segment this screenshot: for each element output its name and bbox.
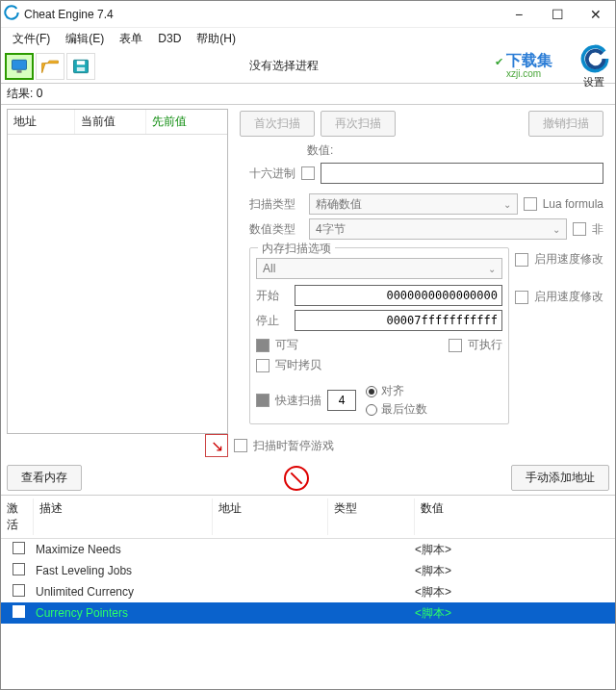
entry-value: <脚本> [415,584,615,601]
maximize-button[interactable]: ☐ [538,1,577,28]
close-button[interactable]: ✕ [577,1,615,28]
not-checkbox[interactable] [573,222,586,236]
alignment-radio[interactable] [366,386,377,397]
next-scan-button[interactable]: 再次扫描 [321,111,396,137]
col-previous[interactable]: 先前值 [146,110,227,134]
stop-label: 停止 [256,313,289,329]
add-to-list-button[interactable]: ↘ [205,434,228,457]
menu-edit[interactable]: 编辑(E) [58,29,112,49]
fast-scan-checkbox[interactable] [256,394,270,407]
entry-description: Maximize Needs [34,543,213,556]
svg-rect-0 [13,60,27,69]
open-file-button[interactable] [36,53,64,80]
lua-formula-checkbox[interactable] [524,197,537,211]
col-address[interactable]: 地址 [8,110,75,134]
watermark-brand: 下载集 [506,52,552,68]
menu-bar: 文件(F) 编辑(E) 表单 D3D 帮助(H) [1,28,615,49]
enable-speedhack-2-checkbox[interactable] [515,291,528,304]
watermark: ✔ 下载集 xzji.com [471,53,577,79]
enable-speedhack-1-label: 启用速度修改 [534,251,603,268]
entry-value: <脚本> [415,605,615,622]
entry-description: Fast Leveling Jobs [34,564,213,577]
scan-type-value: 精确数值 [316,196,362,213]
ct-col-type[interactable]: 类型 [328,498,415,535]
results-count: 结果: 0 [1,84,615,105]
undo-scan-button[interactable]: 撤销扫描 [528,111,603,137]
writable-checkbox[interactable] [256,339,270,352]
scan-results-body [8,135,227,433]
enable-speedhack-2-label: 启用速度修改 [534,289,603,305]
fast-scan-label: 快速扫描 [275,393,321,409]
svg-rect-4 [77,66,85,70]
cheat-table-header: 激活 描述 地址 类型 数值 [1,495,615,539]
scan-type-combo[interactable]: 精确数值 ⌄ [309,193,518,215]
menu-help[interactable]: 帮助(H) [189,29,244,49]
activate-checkbox[interactable] [13,542,25,554]
value-type-combo[interactable]: 4字节 ⌄ [309,218,567,240]
chevron-down-icon: ⌄ [552,224,560,235]
table-row[interactable]: Currency Pointers<脚本> [1,602,615,624]
ct-col-addr[interactable]: 地址 [213,498,328,535]
last-digits-label: 最后位数 [381,401,427,418]
copy-on-write-label: 写时拷贝 [275,357,321,373]
value-type-label: 数值类型 [249,221,303,238]
table-row[interactable]: Maximize Needs<脚本> [1,539,615,560]
fast-scan-value-input[interactable] [327,390,356,411]
pause-game-label: 扫描时暂停游戏 [253,438,334,454]
hex-checkbox[interactable] [301,166,315,180]
ct-col-active[interactable]: 激活 [1,498,34,535]
settings-label: 设置 [578,75,610,89]
settings-button[interactable] [578,42,611,75]
entry-description: Unlimited Currency [34,585,213,599]
svg-rect-3 [77,61,85,64]
mem-scan-options-label: 内存扫描选项 [258,241,335,257]
copy-on-write-checkbox[interactable] [256,359,270,372]
app-icon [1,5,22,23]
start-input[interactable] [295,285,502,306]
pause-game-checkbox[interactable] [234,439,247,452]
executable-checkbox[interactable] [449,339,462,352]
alignment-label: 对齐 [381,383,404,399]
hex-label: 十六进制 [249,166,295,182]
chevron-down-icon: ⌄ [488,264,496,274]
entry-value: <脚本> [415,542,615,558]
activate-checkbox[interactable] [13,584,25,597]
lua-formula-label: Lua formula [543,197,603,211]
col-current[interactable]: 当前值 [75,110,146,134]
mem-region-value: All [263,262,275,275]
table-row[interactable]: Unlimited Currency<脚本> [1,581,615,602]
menu-d3d[interactable]: D3D [150,30,189,47]
minimize-button[interactable]: − [500,1,538,28]
prohibit-icon[interactable] [284,466,309,491]
process-status: 没有选择进程 [97,58,471,74]
activate-checkbox[interactable] [13,605,25,618]
executable-label: 可执行 [468,337,502,353]
not-label: 非 [592,221,603,238]
last-digits-radio[interactable] [366,404,377,416]
cheat-table-body[interactable]: Maximize Needs<脚本>Fast Leveling Jobs<脚本>… [1,539,615,624]
menu-file[interactable]: 文件(F) [5,29,58,49]
first-scan-button[interactable]: 首次扫描 [240,111,315,137]
table-row[interactable]: Fast Leveling Jobs<脚本> [1,560,615,581]
stop-input[interactable] [295,310,502,331]
mem-region-combo[interactable]: All ⌄ [256,258,502,279]
save-button[interactable] [66,53,95,80]
title-bar: Cheat Engine 7.4 − ☐ ✕ [1,1,615,28]
enable-speedhack-1-checkbox[interactable] [515,253,528,267]
value-type-value: 4字节 [316,221,346,238]
view-memory-button[interactable]: 查看内存 [7,465,82,491]
activate-checkbox[interactable] [13,563,25,575]
scan-results-list[interactable]: 地址 当前值 先前值 [7,109,228,434]
value-label: 数值: [307,143,333,157]
below-scan-row: ↘ 扫描时暂停游戏 [1,434,615,461]
ct-col-value[interactable]: 数值 [415,498,615,535]
ct-col-desc[interactable]: 描述 [34,498,213,535]
menu-table[interactable]: 表单 [112,29,150,49]
add-address-manual-button[interactable]: 手动添加地址 [511,465,609,491]
toolbar: 没有选择进程 ✔ 下载集 xzji.com 设置 [1,49,615,84]
entry-value: <脚本> [415,563,615,579]
watermark-url: xzji.com [506,68,541,79]
value-input[interactable] [321,163,603,184]
select-process-button[interactable] [5,53,34,80]
scan-area: 地址 当前值 先前值 首次扫描 再次扫描 撤销扫描 数值: 十六进制 扫描类型 … [1,105,615,434]
